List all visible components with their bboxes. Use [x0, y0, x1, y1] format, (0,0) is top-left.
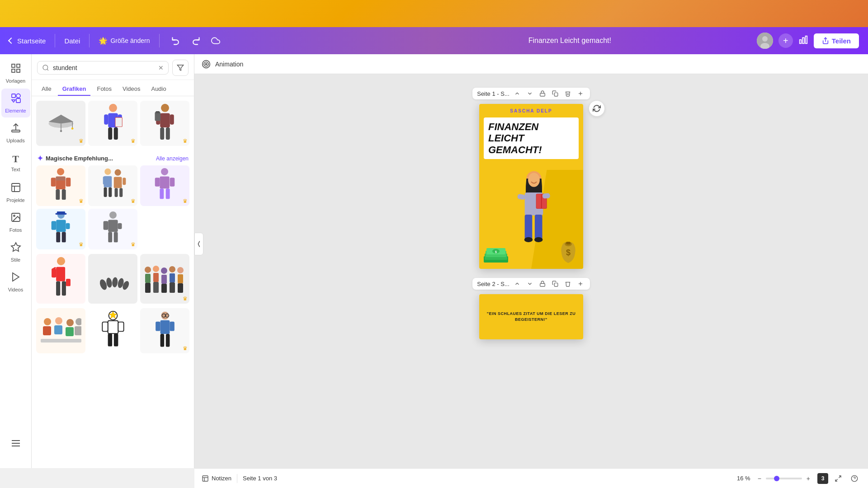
- result-item-girl-red[interactable]: [36, 254, 85, 304]
- page-1-wrapper: Seite 1 - S...: [328, 88, 735, 269]
- stats-icon[interactable]: [798, 35, 808, 47]
- filter-button[interactable]: [172, 60, 189, 76]
- tab-grafiken[interactable]: Grafiken: [58, 83, 91, 96]
- page-2-down-button[interactable]: [525, 280, 535, 288]
- sidebar-item-uploads[interactable]: Uploads: [1, 118, 30, 147]
- header-divider-3: [159, 34, 160, 47]
- result-item-student2[interactable]: ♛: [140, 101, 189, 146]
- result-item-bw-figure[interactable]: [88, 308, 137, 353]
- tab-audio[interactable]: Audio: [146, 83, 170, 96]
- magic-results-grid: ♛ ♛: [36, 165, 189, 249]
- canvas-scroll[interactable]: Seite 1 - S...: [194, 74, 868, 468]
- show-all-link[interactable]: Alle anzeigen: [156, 155, 189, 162]
- page-1-label: Seite 1 - S...: [477, 90, 509, 97]
- magic-item-5[interactable]: ♛: [88, 209, 137, 249]
- page-1-down-button[interactable]: [525, 89, 535, 98]
- svg-rect-140: [554, 93, 558, 96]
- sidebar-item-projekte[interactable]: Projekte: [1, 178, 30, 207]
- result-item-crowd[interactable]: ♛: [140, 254, 189, 304]
- page-1-up-button[interactable]: [512, 89, 522, 98]
- page-1-lock-button[interactable]: [538, 89, 547, 98]
- tab-videos[interactable]: Videos: [118, 83, 145, 96]
- svg-rect-39: [115, 117, 122, 127]
- status-bar: Notizen Seite 1 von 3 16 % − + 3: [194, 468, 868, 488]
- tab-alle[interactable]: Alle: [37, 83, 56, 96]
- magic-item-3[interactable]: ♛: [140, 165, 189, 206]
- slide-1-author-strip: SASCHA DELP: [479, 104, 583, 117]
- svg-rect-61: [104, 188, 107, 197]
- magic-section-header: ✦ Magische Empfehlung... Alle anzeigen: [36, 150, 189, 165]
- result-item-hat[interactable]: ♛: [36, 101, 85, 146]
- share-button[interactable]: Teilen: [814, 33, 859, 48]
- magic-item-2[interactable]: ♛: [88, 165, 137, 206]
- svg-point-55: [104, 169, 111, 175]
- result-item-group-seated[interactable]: [36, 308, 85, 353]
- page-2-add-button[interactable]: [576, 280, 585, 288]
- page-2-up-button[interactable]: [512, 280, 522, 288]
- sidebar-item-fotos[interactable]: Fotos: [1, 208, 30, 237]
- redo-button[interactable]: [189, 33, 203, 48]
- search-input[interactable]: [53, 64, 155, 71]
- svg-rect-51: [66, 178, 71, 187]
- clear-search-button[interactable]: ✕: [158, 64, 164, 71]
- page-2-copy-button[interactable]: [550, 280, 560, 288]
- hands-figure: [93, 265, 133, 292]
- animation-label: Animation: [215, 61, 243, 68]
- page-2-delete-button[interactable]: [563, 280, 573, 288]
- undo-button[interactable]: [169, 33, 183, 48]
- sidebar-item-videos[interactable]: Videos: [1, 267, 30, 296]
- svg-rect-69: [160, 188, 164, 199]
- svg-rect-124: [118, 322, 123, 332]
- svg-point-153: [524, 237, 533, 242]
- resize-button[interactable]: 🌟 Größe ändern: [99, 37, 150, 45]
- slide-1-canvas[interactable]: SASCHA DELP FINANZENLEICHTGEMACHT!: [479, 104, 583, 269]
- page-2-label: Seite 2 - S...: [477, 281, 509, 287]
- zoom-slider[interactable]: [766, 478, 802, 479]
- page-1-delete-button[interactable]: [563, 89, 573, 98]
- result-item-man-standing[interactable]: ♛: [140, 308, 189, 353]
- help-button[interactable]: [848, 472, 861, 485]
- page-1-add-button[interactable]: [576, 89, 585, 98]
- elements-icon: [10, 93, 21, 106]
- zoom-level: 16 %: [737, 475, 750, 482]
- upload-icon: [10, 122, 21, 136]
- result-item-hands[interactable]: [88, 254, 137, 304]
- slide-1-money-bag: $: [557, 240, 580, 265]
- fullscreen-button[interactable]: [832, 472, 844, 485]
- svg-point-113: [55, 317, 62, 324]
- magic-figure-3: [150, 168, 179, 204]
- sidebar-item-elemente[interactable]: Elemente: [1, 89, 30, 117]
- cloud-save-button[interactable]: [208, 33, 223, 48]
- back-button[interactable]: Startseite: [9, 37, 46, 45]
- sidebar-item-pattern[interactable]: [1, 430, 30, 459]
- tab-fotos[interactable]: Fotos: [92, 83, 116, 96]
- hide-panel-button[interactable]: [194, 233, 203, 255]
- slide-2-canvas[interactable]: "EIN SCHLAUES ZITAT UM DIE LESER ZU BEGE…: [479, 294, 583, 339]
- file-menu-button[interactable]: Datei: [64, 37, 80, 45]
- view-controls: 3: [817, 472, 861, 485]
- svg-point-138: [205, 63, 207, 65]
- add-collaborator-button[interactable]: +: [778, 33, 793, 48]
- page-2-lock-button[interactable]: [538, 280, 547, 288]
- magic-item-4[interactable]: ♛: [36, 209, 85, 249]
- notes-button[interactable]: Notizen: [202, 475, 231, 482]
- animation-icon: [202, 60, 211, 69]
- svg-rect-15: [12, 183, 20, 192]
- sidebar-item-vorlagen[interactable]: Vorlagen: [1, 59, 30, 88]
- svg-point-17: [14, 215, 15, 216]
- zoom-out-button[interactable]: −: [756, 474, 763, 483]
- result-item-student1[interactable]: ♛: [88, 101, 137, 146]
- sidebar-item-stile[interactable]: Stile: [1, 238, 30, 267]
- sidebar-item-text[interactable]: T Text: [1, 148, 30, 177]
- page-1-copy-button[interactable]: [550, 89, 560, 98]
- magic-item-1[interactable]: ♛: [36, 165, 85, 206]
- zoom-in-button[interactable]: +: [805, 474, 812, 483]
- svg-point-101: [161, 267, 167, 274]
- svg-rect-82: [118, 223, 122, 229]
- page-2-container: Seite 2 - S...: [328, 278, 735, 339]
- slide-1-background: SASCHA DELP FINANZENLEICHTGEMACHT!: [479, 104, 583, 269]
- refresh-slide-button[interactable]: [589, 100, 605, 117]
- header: Startseite Datei 🌟 Größe ändern Finanzen…: [0, 27, 868, 54]
- svg-rect-118: [66, 327, 74, 336]
- crowd-figure: [143, 261, 186, 297]
